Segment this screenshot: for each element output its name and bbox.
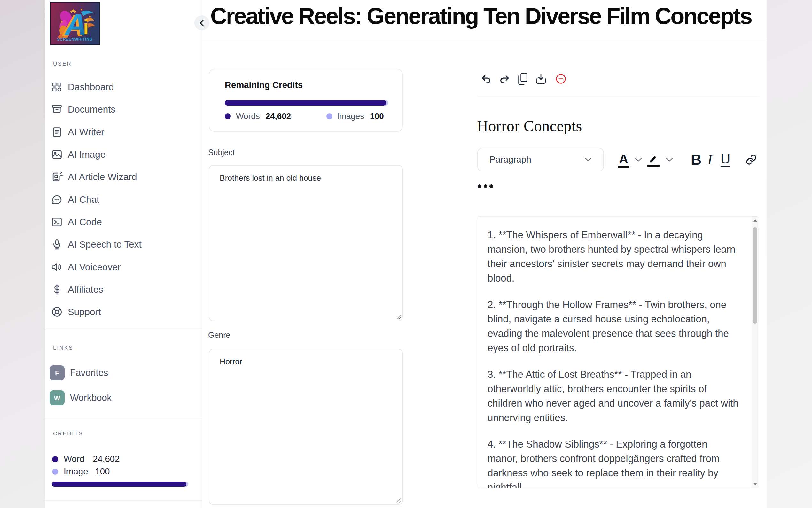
svg-text:i: i	[83, 16, 89, 39]
svg-text:SCREENWRITING: SCREENWRITING	[57, 37, 92, 42]
